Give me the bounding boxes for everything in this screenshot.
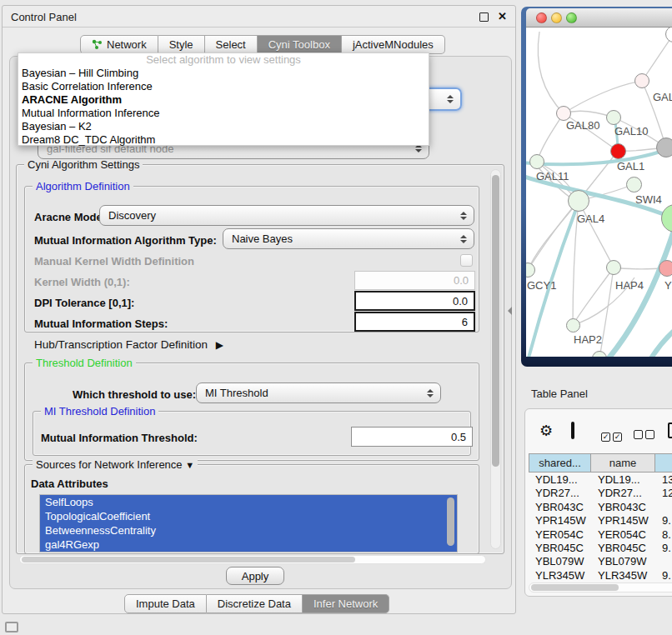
mi-steps-field[interactable]: 6 bbox=[354, 312, 475, 332]
tab-impute-data[interactable]: Impute Data bbox=[124, 594, 207, 613]
table-row[interactable]: YDR27...YDR27...12 bbox=[529, 487, 672, 500]
tab-style[interactable]: Style bbox=[158, 35, 205, 54]
settings-hscrollbar-thumb[interactable] bbox=[22, 557, 355, 562]
table-cell[interactable]: YDR27... bbox=[529, 487, 591, 500]
table-cell[interactable]: 13 bbox=[655, 473, 672, 487]
tab-cyni-toolbox[interactable]: Cyni Toolbox bbox=[258, 35, 342, 54]
columns-icon[interactable] bbox=[571, 422, 574, 439]
table-cell[interactable]: YDR27... bbox=[591, 487, 655, 500]
network-window-titlebar[interactable] bbox=[526, 8, 672, 28]
network-node[interactable] bbox=[656, 138, 672, 158]
data-attribute-item[interactable]: TopologicalCoefficient bbox=[40, 509, 457, 523]
algorithm-dropdown-popup: Select algorithm to view settings Bayesi… bbox=[18, 52, 429, 146]
settings-scrollbar-thumb[interactable] bbox=[492, 175, 499, 467]
table-cell[interactable]: YDL19... bbox=[529, 473, 591, 487]
column-header-name[interactable]: name bbox=[591, 453, 655, 472]
table-cell[interactable]: YER054C bbox=[591, 528, 655, 542]
table-cell[interactable]: YLR345W bbox=[529, 569, 591, 582]
column-header-shared[interactable]: shared... bbox=[529, 453, 591, 472]
table-cell[interactable]: YBR043C bbox=[591, 501, 655, 514]
mi-threshold-field[interactable]: 0.5 bbox=[351, 427, 473, 447]
tab-infer-network[interactable]: Infer Network bbox=[303, 594, 389, 613]
hub-section-toggle[interactable]: Hub/Transcription Factor Definition ▶ bbox=[34, 338, 223, 351]
algorithm-option[interactable]: Bayesian – K2 bbox=[18, 120, 429, 133]
new-table-icon[interactable] bbox=[668, 422, 672, 438]
network-node-hap2[interactable] bbox=[566, 318, 580, 332]
manual-kernel-checkbox[interactable] bbox=[460, 254, 473, 267]
table-row[interactable]: YBL079WYBL079W bbox=[529, 555, 672, 568]
table-cell[interactable]: 9. bbox=[655, 514, 672, 528]
apply-button[interactable]: Apply bbox=[226, 567, 284, 585]
minimize-traffic-light-icon[interactable] bbox=[551, 12, 562, 23]
table-cell[interactable]: YBL079W bbox=[591, 555, 655, 568]
minimized-panel-icon[interactable] bbox=[5, 622, 18, 632]
tab-network[interactable]: Network bbox=[80, 35, 158, 54]
table-cell[interactable]: YPR145W bbox=[529, 514, 591, 528]
dpi-tolerance-field[interactable]: 0.0 bbox=[354, 291, 475, 311]
network-node-y[interactable] bbox=[659, 260, 672, 277]
table-row[interactable]: YDL19...YDL19...13 bbox=[529, 473, 672, 487]
table-cell[interactable]: YBR045C bbox=[591, 542, 655, 555]
network-node-gal10[interactable] bbox=[606, 110, 621, 125]
table-cell[interactable] bbox=[655, 501, 672, 514]
algorithm-option[interactable]: Bayesian – Hill Climbing bbox=[18, 67, 429, 80]
aracne-mode-combo[interactable]: Discovery bbox=[99, 205, 474, 226]
which-threshold-combo[interactable]: MI Threshold bbox=[196, 382, 441, 403]
network-node-gal4[interactable] bbox=[568, 190, 589, 212]
table-cell[interactable]: 9. bbox=[655, 569, 672, 582]
split-divider-handle[interactable] bbox=[508, 307, 512, 315]
table-cell[interactable]: YER054C bbox=[529, 528, 591, 542]
zoom-traffic-light-icon[interactable] bbox=[566, 12, 577, 23]
settings-scrollbar[interactable] bbox=[490, 169, 501, 549]
table-cell[interactable]: 8. bbox=[655, 528, 672, 542]
mi-algorithm-type-combo[interactable]: Naive Bayes bbox=[223, 228, 474, 249]
table-cell[interactable]: 9. bbox=[655, 542, 672, 555]
algorithm-option[interactable]: ARACNE Algorithm bbox=[18, 93, 429, 107]
tab-jactivemnodules[interactable]: jActiveMNodules bbox=[342, 35, 445, 54]
deselect-all-columns-icon[interactable] bbox=[634, 428, 654, 442]
close-icon[interactable]: ✕ bbox=[498, 10, 507, 22]
gear-icon[interactable]: ⚙ bbox=[539, 423, 553, 438]
table-cell[interactable]: YPR145W bbox=[591, 514, 655, 528]
sources-group-title[interactable]: Sources for Network Inference ▼ bbox=[33, 458, 198, 471]
table-row[interactable]: YBR043CYBR043C bbox=[529, 501, 672, 514]
network-node-label: GCY1 bbox=[527, 279, 556, 292]
network-node-swi4[interactable] bbox=[626, 177, 642, 192]
algorithm-option[interactable]: Basic Correlation Inference bbox=[18, 80, 429, 93]
tab-select[interactable]: Select bbox=[205, 35, 258, 54]
table-cell[interactable] bbox=[655, 555, 672, 568]
table-cell[interactable]: 12 bbox=[655, 487, 672, 500]
table-cell[interactable]: YBR043C bbox=[529, 501, 591, 514]
select-all-columns-icon[interactable]: ✓✓ bbox=[601, 428, 622, 442]
network-node-hap4[interactable] bbox=[606, 260, 621, 275]
table-cell[interactable]: YLR345W bbox=[591, 569, 655, 582]
data-attribute-item[interactable]: gal4RGexp bbox=[40, 538, 457, 552]
close-traffic-light-icon[interactable] bbox=[536, 12, 547, 23]
table-cell[interactable]: YDL19... bbox=[591, 473, 655, 487]
data-attributes-list[interactable]: SelfLoopsTopologicalCoefficientBetweenne… bbox=[39, 494, 458, 552]
network-node-gal1[interactable] bbox=[610, 143, 626, 159]
table-hscrollbar-thumb[interactable] bbox=[531, 584, 619, 591]
table-cell[interactable]: YBL079W bbox=[529, 555, 591, 568]
float-window-icon[interactable] bbox=[479, 12, 489, 22]
network-canvas[interactable]: GALGAL80GAL10GAL1GAL11SWI4GAL4GCY1HAP4YH… bbox=[526, 28, 672, 357]
algorithm-option[interactable]: Mutual Information Inference bbox=[18, 107, 429, 120]
column-header-3[interactable] bbox=[655, 453, 672, 472]
algorithm-option[interactable]: Dream8 DC_TDC Algorithm bbox=[18, 133, 429, 147]
attributes-scrollbar-thumb[interactable] bbox=[447, 498, 454, 546]
data-attribute-item[interactable]: SelfLoops bbox=[40, 495, 457, 509]
tab-discretize-data[interactable]: Discretize Data bbox=[207, 594, 303, 613]
settings-hscrollbar[interactable] bbox=[19, 555, 486, 564]
table-row[interactable]: YLR345WYLR345W9. bbox=[529, 569, 672, 582]
network-node-gal[interactable] bbox=[634, 73, 649, 88]
kernel-width-field[interactable]: 0.0 bbox=[354, 271, 475, 290]
table-header-row: shared... name bbox=[529, 453, 672, 472]
data-attribute-item[interactable]: BetweennessCentrality bbox=[40, 523, 457, 538]
control-panel-title: Control Panel bbox=[11, 11, 77, 23]
table-row[interactable]: YBR045CYBR045C9. bbox=[529, 542, 672, 555]
table-cell[interactable]: YBR045C bbox=[529, 542, 591, 555]
network-node-gal11[interactable] bbox=[529, 154, 544, 169]
table-hscrollbar[interactable] bbox=[529, 582, 672, 592]
table-row[interactable]: YER054CYER054C8. bbox=[529, 528, 672, 542]
table-row[interactable]: YPR145WYPR145W9. bbox=[529, 514, 672, 528]
